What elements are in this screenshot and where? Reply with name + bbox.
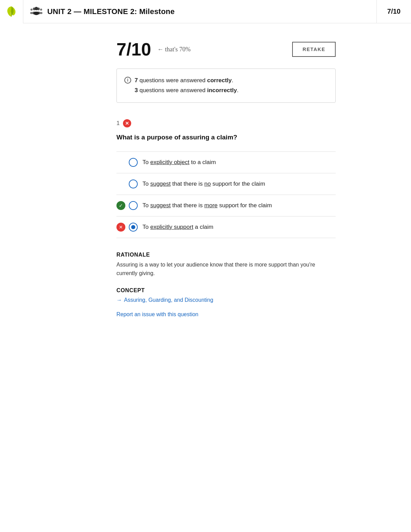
option-a-text: To explicitly object to a claim	[142, 158, 216, 167]
rationale-text: Assuring is a way to let your audience k…	[116, 261, 336, 278]
option-d-left: ✕	[116, 223, 138, 232]
option-b-badge-placeholder	[116, 180, 125, 188]
correct-count: 7	[135, 77, 138, 84]
option-d-radio[interactable]	[129, 223, 138, 232]
correct-text: 7 questions were answered correctly.	[135, 76, 233, 86]
incorrect-bold: incorrectly	[207, 87, 237, 94]
header-progress: 7/10	[377, 0, 411, 23]
question-number: 1	[116, 120, 120, 127]
option-b-left	[116, 180, 138, 188]
logo-area	[0, 0, 23, 23]
option-a-badge-placeholder	[116, 158, 125, 167]
rationale-section: RATIONALE Assuring is a way to let your …	[116, 252, 336, 318]
header: UNIT 2 — MILESTONE 2: Milestone 7/10	[0, 0, 411, 23]
option-d-text: To explicitly support a claim	[142, 223, 213, 232]
svg-point-2	[35, 7, 38, 10]
info-icon: i	[124, 77, 131, 84]
correct-bold: correctly	[207, 77, 232, 84]
question-header: 1 ✕	[116, 119, 336, 127]
svg-point-5	[34, 12, 39, 15]
svg-point-8	[30, 12, 33, 14]
options-list: To explicitly object to a claim To sugge…	[116, 151, 336, 238]
correct-badge: ✓	[116, 201, 125, 210]
concept-link[interactable]: → Assuring, Guarding, and Discounting	[116, 297, 336, 303]
wrong-badge: ✕	[116, 223, 125, 232]
summary-box: i 7 questions were answered correctly. 3…	[116, 69, 336, 103]
svg-point-9	[40, 12, 42, 14]
score-display: 7/10	[116, 40, 151, 58]
concept-link-text: Assuring, Guarding, and Discounting	[124, 297, 213, 303]
correct-label: questions were answered	[139, 77, 207, 84]
arrow-right-icon: →	[116, 297, 122, 303]
option-d[interactable]: ✕ To explicitly support a claim	[116, 216, 336, 238]
option-c-radio[interactable]	[129, 201, 138, 210]
incorrect-label: questions were answered	[139, 87, 207, 94]
score-left: 7/10 ← that's 70%	[116, 40, 190, 58]
option-b[interactable]: To suggest that there is no support for …	[116, 173, 336, 195]
group-icon	[30, 5, 42, 18]
concept-title: CONCEPT	[116, 287, 336, 294]
option-c-text: To suggest that there is more support fo…	[142, 201, 272, 210]
svg-point-7	[40, 9, 42, 11]
incorrect-count: 3	[135, 87, 138, 94]
header-title-area: UNIT 2 — MILESTONE 2: Milestone	[23, 0, 377, 23]
score-row: 7/10 ← that's 70% RETAKE	[116, 40, 336, 58]
option-c-left: ✓	[116, 201, 138, 210]
incorrect-row: 3 questions were answered incorrectly.	[135, 86, 328, 96]
retake-button[interactable]: RETAKE	[292, 42, 336, 57]
rationale-title: RATIONALE	[116, 252, 336, 258]
correct-row: i 7 questions were answered correctly.	[124, 76, 328, 86]
option-a-radio[interactable]	[129, 158, 138, 167]
svg-point-6	[30, 9, 33, 11]
option-a[interactable]: To explicitly object to a claim	[116, 152, 336, 173]
option-c[interactable]: ✓ To suggest that there is more support …	[116, 195, 336, 216]
option-b-radio[interactable]	[129, 180, 138, 188]
main-content: 7/10 ← that's 70% RETAKE i 7 questions w…	[65, 23, 346, 345]
option-b-text: To suggest that there is no support for …	[142, 180, 265, 188]
score-note: ← that's 70%	[157, 46, 190, 53]
wrong-status-badge: ✕	[123, 119, 131, 127]
header-title: UNIT 2 — MILESTONE 2: Milestone	[47, 7, 175, 16]
question-text: What is a purpose of assuring a claim?	[116, 133, 336, 142]
report-issue-link[interactable]: Report an issue with this question	[116, 311, 198, 317]
option-a-left	[116, 158, 138, 167]
app-logo	[5, 5, 18, 18]
